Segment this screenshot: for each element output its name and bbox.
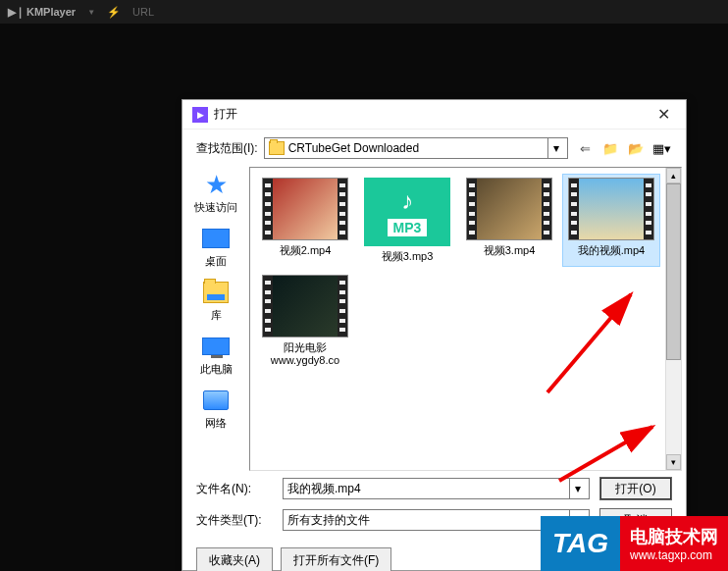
video-thumbnail (466, 178, 552, 240)
watermark-text: 电脑技术网 www.tagxp.com (620, 516, 728, 571)
file-item[interactable]: 视频2.mp4 (256, 174, 354, 267)
url-label[interactable]: URL (132, 6, 154, 18)
nav-icons: ⇐ 📁 📂 ▦▾ (574, 138, 672, 158)
chevron-down-icon[interactable]: ▾ (547, 138, 563, 158)
dialog-title-text: 打开 (214, 106, 237, 123)
dialog-body: ★ 快速访问 桌面 库 此电脑 网络 视频2.mp4♪MP3视频3.mp3视频3… (182, 167, 686, 471)
watermark-line2: www.tagxp.com (630, 548, 718, 562)
filetype-label: 文件类型(T): (196, 512, 273, 529)
library-icon (200, 279, 232, 306)
scroll-down-icon[interactable]: ▾ (666, 454, 681, 470)
file-item[interactable]: ♪MP3视频3.mp3 (358, 174, 456, 267)
sidebar-item-desktop[interactable]: 桌面 (200, 225, 232, 269)
filename-label: 文件名(N): (196, 481, 273, 497)
sidebar-item-label: 桌面 (205, 254, 227, 269)
file-name: 视频2.mp4 (280, 244, 332, 257)
video-thumbnail (568, 178, 654, 240)
kmplayer-logo: ▶❘ KMPlayer (8, 6, 76, 19)
video-thumbnail (262, 275, 348, 337)
close-icon[interactable]: ✕ (651, 105, 676, 124)
watermark: TAG 电脑技术网 www.tagxp.com (541, 516, 728, 571)
sidebar-item-label: 此电脑 (200, 362, 233, 377)
open-all-button[interactable]: 打开所有文件(F) (281, 547, 391, 571)
back-icon[interactable]: ⇐ (574, 138, 596, 158)
filename-row: 文件名(N): 我的视频.mp4 ▾ 打开(O) (196, 477, 672, 500)
watermark-line1: 电脑技术网 (630, 525, 718, 548)
network-icon (200, 387, 232, 414)
pc-icon (200, 333, 232, 360)
favorites-button[interactable]: 收藏夹(A) (196, 547, 273, 571)
scrollbar-thumb[interactable] (666, 183, 681, 360)
file-name: 阳光电影www.ygdy8.co (271, 341, 339, 367)
folder-name: CRTubeGet Downloaded (288, 141, 547, 155)
sidebar-item-label: 快速访问 (194, 200, 237, 215)
folder-icon (269, 141, 285, 155)
bolt-icon[interactable]: ⚡ (107, 6, 121, 19)
file-name: 视频3.mp4 (484, 244, 536, 257)
sidebar-item-label: 库 (211, 308, 222, 323)
brand-text: KMPlayer (26, 6, 76, 18)
video-thumbnail (262, 178, 348, 240)
folder-combo[interactable]: CRTubeGet Downloaded ▾ (264, 137, 568, 159)
sidebar-item-lib[interactable]: 库 (200, 279, 232, 323)
open-dialog: 打开 ✕ 查找范围(I): CRTubeGet Downloaded ▾ ⇐ 📁… (182, 99, 687, 571)
new-folder-icon[interactable]: 📂 (625, 138, 647, 158)
scrollbar[interactable]: ▴ ▾ (665, 168, 681, 470)
desktop-icon (200, 225, 232, 252)
sidebar-item-label: 网络 (205, 416, 227, 431)
mp3-icon: ♪MP3 (364, 178, 450, 246)
filename-value: 我的视频.mp4 (287, 481, 569, 497)
chevron-down-icon[interactable]: ▼ (87, 8, 95, 17)
file-item[interactable]: 我的视频.mp4 (562, 174, 660, 267)
places-sidebar: ★ 快速访问 桌面 库 此电脑 网络 (182, 167, 249, 471)
play-icon: ▶❘ (8, 6, 25, 19)
open-button[interactable]: 打开(O) (599, 477, 672, 500)
chevron-down-icon[interactable]: ▾ (569, 479, 585, 498)
view-menu-icon[interactable]: ▦▾ (650, 138, 672, 158)
app-icon (192, 107, 208, 123)
watermark-tag: TAG (541, 516, 620, 571)
sidebar-item-quick[interactable]: ★ 快速访问 (194, 171, 237, 215)
file-item[interactable]: 阳光电影www.ygdy8.co (256, 271, 354, 371)
up-folder-icon[interactable]: 📁 (599, 138, 621, 158)
file-name: 我的视频.mp4 (578, 244, 645, 257)
lookup-row: 查找范围(I): CRTubeGet Downloaded ▾ ⇐ 📁 📂 ▦▾ (182, 130, 686, 167)
sidebar-item-network[interactable]: 网络 (200, 387, 232, 431)
scroll-up-icon[interactable]: ▴ (666, 168, 681, 183)
dialog-titlebar: 打开 ✕ (182, 100, 686, 130)
kmplayer-titlebar: ▶❘ KMPlayer ▼ ⚡ URL (0, 0, 728, 24)
sidebar-item-pc[interactable]: 此电脑 (200, 333, 233, 377)
filename-input[interactable]: 我的视频.mp4 ▾ (283, 478, 590, 499)
file-name: 视频3.mp3 (382, 250, 434, 263)
file-item[interactable]: 视频3.mp4 (460, 174, 558, 267)
file-list[interactable]: 视频2.mp4♪MP3视频3.mp3视频3.mp4我的视频.mp4阳光电影www… (249, 167, 682, 471)
lookup-label: 查找范围(I): (196, 140, 258, 157)
star-icon: ★ (200, 171, 232, 198)
filetype-value: 所有支持的文件 (287, 512, 569, 529)
